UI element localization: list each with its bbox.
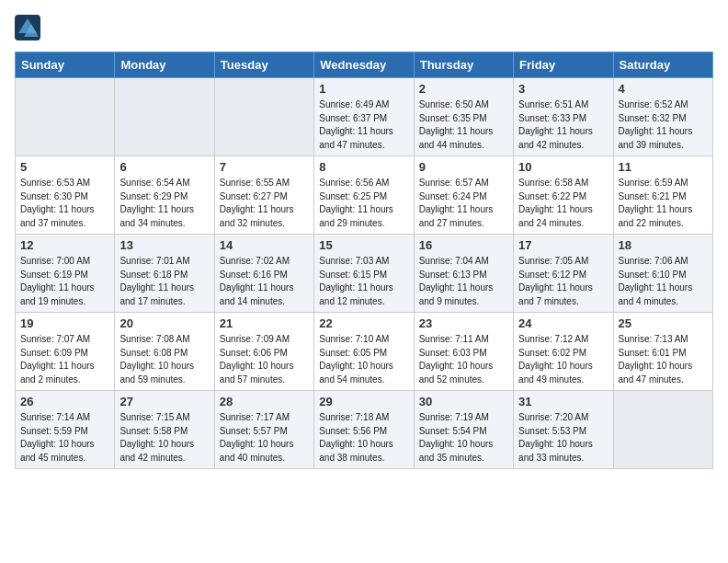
weekday-header-tuesday: Tuesday: [214, 52, 313, 78]
day-number: 14: [220, 238, 309, 252]
calendar-cell: 15Sunrise: 7:03 AM Sunset: 6:15 PM Dayli…: [314, 235, 414, 313]
day-number: 12: [20, 238, 109, 252]
day-number: 4: [619, 82, 708, 96]
day-info: Sunrise: 6:53 AM Sunset: 6:30 PM Dayligh…: [20, 177, 109, 230]
calendar-cell: 30Sunrise: 7:19 AM Sunset: 5:54 PM Dayli…: [414, 391, 513, 469]
day-number: 31: [518, 395, 608, 408]
day-info: Sunrise: 6:49 AM Sunset: 6:37 PM Dayligh…: [319, 98, 408, 152]
day-info: Sunrise: 7:07 AM Sunset: 6:09 PM Dayligh…: [20, 333, 109, 386]
calendar-cell: 7Sunrise: 6:55 AM Sunset: 6:27 PM Daylig…: [214, 156, 313, 235]
calendar-cell: 11Sunrise: 6:59 AM Sunset: 6:21 PM Dayli…: [613, 156, 712, 235]
calendar-week-row: 19Sunrise: 7:07 AM Sunset: 6:09 PM Dayli…: [16, 313, 713, 391]
calendar-cell: [115, 78, 214, 156]
weekday-header-thursday: Thursday: [414, 52, 513, 78]
day-number: 8: [319, 160, 408, 174]
day-info: Sunrise: 6:57 AM Sunset: 6:24 PM Dayligh…: [419, 177, 508, 230]
day-number: 19: [20, 316, 109, 330]
day-number: 27: [119, 395, 209, 408]
day-number: 7: [220, 160, 309, 174]
day-info: Sunrise: 7:13 AM Sunset: 6:01 PM Dayligh…: [619, 333, 708, 386]
logo-icon: [15, 15, 40, 40]
day-info: Sunrise: 7:17 AM Sunset: 5:57 PM Dayligh…: [220, 411, 309, 465]
calendar-cell: 27Sunrise: 7:15 AM Sunset: 5:58 PM Dayli…: [115, 391, 214, 469]
calendar-cell: 10Sunrise: 6:58 AM Sunset: 6:22 PM Dayli…: [514, 156, 613, 235]
weekday-header-monday: Monday: [115, 52, 214, 78]
calendar-week-row: 26Sunrise: 7:14 AM Sunset: 5:59 PM Dayli…: [16, 391, 713, 469]
day-number: 15: [319, 238, 408, 252]
calendar-cell: 3Sunrise: 6:51 AM Sunset: 6:33 PM Daylig…: [514, 78, 613, 156]
calendar-cell: 8Sunrise: 6:56 AM Sunset: 6:25 PM Daylig…: [314, 156, 414, 235]
calendar-cell: 20Sunrise: 7:08 AM Sunset: 6:08 PM Dayli…: [115, 313, 214, 391]
calendar-cell: 29Sunrise: 7:18 AM Sunset: 5:56 PM Dayli…: [314, 391, 414, 469]
calendar-week-row: 12Sunrise: 7:00 AM Sunset: 6:19 PM Dayli…: [16, 235, 713, 313]
calendar-cell: [16, 78, 115, 156]
day-number: 26: [20, 395, 109, 408]
calendar-cell: 26Sunrise: 7:14 AM Sunset: 5:59 PM Dayli…: [16, 391, 115, 469]
day-number: 24: [518, 316, 608, 330]
calendar-cell: 17Sunrise: 7:05 AM Sunset: 6:12 PM Dayli…: [514, 235, 613, 313]
day-info: Sunrise: 7:02 AM Sunset: 6:16 PM Dayligh…: [220, 255, 309, 308]
calendar-cell: 4Sunrise: 6:52 AM Sunset: 6:32 PM Daylig…: [613, 78, 712, 156]
day-number: 5: [20, 160, 109, 174]
calendar-cell: 14Sunrise: 7:02 AM Sunset: 6:16 PM Dayli…: [214, 235, 313, 313]
day-info: Sunrise: 6:52 AM Sunset: 6:32 PM Dayligh…: [619, 98, 708, 152]
day-info: Sunrise: 7:19 AM Sunset: 5:54 PM Dayligh…: [419, 411, 508, 465]
calendar-cell: [214, 78, 313, 156]
day-number: 30: [419, 395, 508, 408]
calendar-cell: 22Sunrise: 7:10 AM Sunset: 6:05 PM Dayli…: [314, 313, 414, 391]
weekday-header-sunday: Sunday: [16, 52, 115, 78]
calendar-cell: 13Sunrise: 7:01 AM Sunset: 6:18 PM Dayli…: [115, 235, 214, 313]
day-info: Sunrise: 7:09 AM Sunset: 6:06 PM Dayligh…: [220, 333, 309, 386]
day-number: 1: [319, 82, 408, 96]
day-number: 22: [319, 316, 408, 330]
day-number: 18: [619, 238, 708, 252]
calendar-cell: 28Sunrise: 7:17 AM Sunset: 5:57 PM Dayli…: [214, 391, 313, 469]
day-info: Sunrise: 7:10 AM Sunset: 6:05 PM Dayligh…: [319, 333, 408, 386]
calendar-cell: [613, 391, 712, 469]
calendar-cell: 25Sunrise: 7:13 AM Sunset: 6:01 PM Dayli…: [613, 313, 712, 391]
day-info: Sunrise: 7:05 AM Sunset: 6:12 PM Dayligh…: [518, 255, 608, 308]
calendar-cell: 6Sunrise: 6:54 AM Sunset: 6:29 PM Daylig…: [115, 156, 214, 235]
calendar-cell: 5Sunrise: 6:53 AM Sunset: 6:30 PM Daylig…: [16, 156, 115, 235]
day-info: Sunrise: 6:59 AM Sunset: 6:21 PM Dayligh…: [619, 177, 708, 230]
day-number: 16: [419, 238, 508, 252]
calendar-cell: 21Sunrise: 7:09 AM Sunset: 6:06 PM Dayli…: [214, 313, 313, 391]
day-info: Sunrise: 7:08 AM Sunset: 6:08 PM Dayligh…: [119, 333, 209, 386]
calendar-cell: 1Sunrise: 6:49 AM Sunset: 6:37 PM Daylig…: [314, 78, 414, 156]
page-header: [15, 15, 713, 40]
day-number: 9: [419, 160, 508, 174]
calendar-header-row: SundayMondayTuesdayWednesdayThursdayFrid…: [16, 52, 713, 78]
weekday-header-wednesday: Wednesday: [314, 52, 414, 78]
day-info: Sunrise: 7:06 AM Sunset: 6:10 PM Dayligh…: [619, 255, 708, 308]
day-info: Sunrise: 7:11 AM Sunset: 6:03 PM Dayligh…: [419, 333, 508, 386]
day-info: Sunrise: 7:20 AM Sunset: 5:53 PM Dayligh…: [518, 411, 608, 465]
day-info: Sunrise: 7:12 AM Sunset: 6:02 PM Dayligh…: [518, 333, 608, 386]
day-info: Sunrise: 6:51 AM Sunset: 6:33 PM Dayligh…: [518, 98, 608, 152]
day-number: 6: [119, 160, 209, 174]
day-number: 23: [419, 316, 508, 330]
day-info: Sunrise: 7:15 AM Sunset: 5:58 PM Dayligh…: [119, 411, 209, 465]
calendar-cell: 16Sunrise: 7:04 AM Sunset: 6:13 PM Dayli…: [414, 235, 513, 313]
day-number: 20: [119, 316, 209, 330]
calendar-cell: 31Sunrise: 7:20 AM Sunset: 5:53 PM Dayli…: [514, 391, 613, 469]
day-number: 25: [619, 316, 708, 330]
calendar-cell: 24Sunrise: 7:12 AM Sunset: 6:02 PM Dayli…: [514, 313, 613, 391]
calendar-cell: 2Sunrise: 6:50 AM Sunset: 6:35 PM Daylig…: [414, 78, 513, 156]
day-number: 10: [518, 160, 608, 174]
day-number: 3: [518, 82, 608, 96]
day-info: Sunrise: 6:55 AM Sunset: 6:27 PM Dayligh…: [220, 177, 309, 230]
day-number: 21: [220, 316, 309, 330]
day-info: Sunrise: 7:01 AM Sunset: 6:18 PM Dayligh…: [119, 255, 209, 308]
day-number: 13: [119, 238, 209, 252]
day-info: Sunrise: 7:03 AM Sunset: 6:15 PM Dayligh…: [319, 255, 408, 308]
day-info: Sunrise: 6:54 AM Sunset: 6:29 PM Dayligh…: [119, 177, 209, 230]
weekday-header-friday: Friday: [514, 52, 613, 78]
calendar-cell: 19Sunrise: 7:07 AM Sunset: 6:09 PM Dayli…: [16, 313, 115, 391]
day-info: Sunrise: 6:50 AM Sunset: 6:35 PM Dayligh…: [419, 98, 508, 152]
day-number: 28: [220, 395, 309, 408]
calendar-week-row: 5Sunrise: 6:53 AM Sunset: 6:30 PM Daylig…: [16, 156, 713, 235]
day-info: Sunrise: 7:18 AM Sunset: 5:56 PM Dayligh…: [319, 411, 408, 465]
logo: [15, 15, 44, 40]
calendar-cell: 12Sunrise: 7:00 AM Sunset: 6:19 PM Dayli…: [16, 235, 115, 313]
day-info: Sunrise: 7:14 AM Sunset: 5:59 PM Dayligh…: [20, 411, 109, 465]
